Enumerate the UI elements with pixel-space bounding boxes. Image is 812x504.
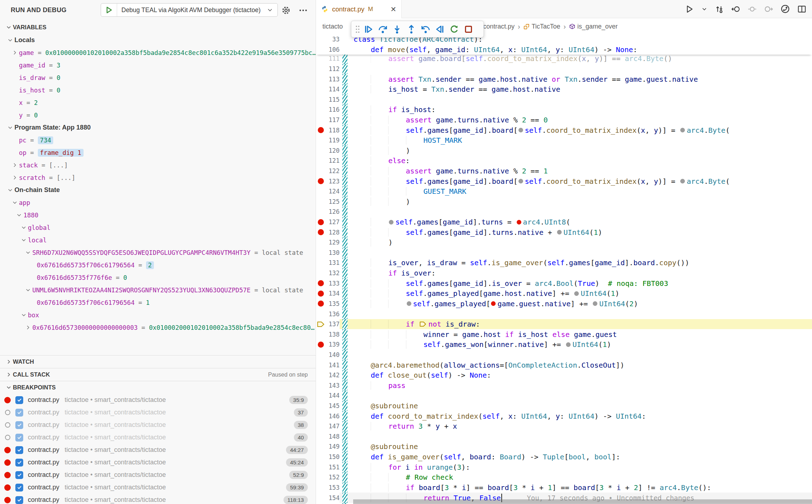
breakpoint-gutter-icon[interactable]	[318, 178, 324, 184]
line-number[interactable]: 124	[325, 188, 340, 195]
variable-row[interactable]: pc = 734	[0, 134, 316, 146]
line-number[interactable]: 143	[325, 382, 340, 389]
code-line-128[interactable]: 128self.games[game_id].turns.native + UI…	[316, 227, 812, 237]
breakpoint-checkbox[interactable]	[15, 459, 23, 467]
inline-breakpoint-candidate-icon[interactable]	[557, 230, 562, 235]
line-number[interactable]: 141	[325, 362, 340, 369]
inline-breakpoint-candidate-icon[interactable]	[574, 291, 579, 296]
line-number[interactable]: 125	[325, 198, 340, 205]
code-line-135[interactable]: 135self.games_played[game.guest.native] …	[316, 299, 812, 309]
line-number[interactable]: 130	[325, 249, 340, 256]
line-number[interactable]: 132	[325, 269, 340, 277]
line-number[interactable]: 147	[325, 423, 340, 430]
breakpoint-row[interactable]: contract.pytictactoe • smart_contracts/t…	[0, 494, 316, 504]
code-line-132[interactable]: 132if is_over:	[316, 268, 812, 278]
code-line-148[interactable]: 148	[316, 432, 812, 442]
variable-row[interactable]: op = frame_dig 1	[0, 146, 316, 159]
gutter[interactable]	[316, 229, 325, 235]
breakpoint-checkbox[interactable]	[15, 471, 23, 479]
variables-section-header[interactable]: VARIABLES	[0, 20, 316, 34]
variable-row[interactable]: global	[0, 221, 316, 234]
line-number[interactable]: 129	[325, 239, 340, 246]
code-line-144[interactable]: 144	[316, 390, 812, 401]
line-number[interactable]: 120	[325, 147, 340, 154]
breakpoint-row[interactable]: contract.pytictactoe • smart_contracts/t…	[0, 469, 316, 481]
line-number[interactable]: 150	[325, 453, 340, 460]
line-number[interactable]: 144	[325, 392, 340, 399]
line-number[interactable]: 142	[325, 372, 340, 379]
code-line-126[interactable]: 126	[316, 207, 812, 217]
call-stack-section-header[interactable]: CALL STACK Paused on step	[0, 368, 316, 381]
code-line-138[interactable]: 138winner = game.host if is_host else ga…	[316, 329, 812, 339]
breakpoint-row[interactable]: contract.pytictactoe • smart_contracts/t…	[0, 456, 316, 469]
variable-row[interactable]: 0x67616d65735f706c61796564 = 2	[0, 259, 316, 271]
breakpoint-gutter-icon[interactable]	[318, 219, 324, 225]
variable-row[interactable]: stack = [...]	[0, 159, 316, 171]
line-number[interactable]: 33	[325, 36, 340, 43]
line-number[interactable]: 146	[325, 413, 340, 420]
line-number[interactable]: 114	[325, 86, 340, 93]
code-line-134[interactable]: 134self.games_played[game.host.native] +…	[316, 288, 812, 299]
variable-row[interactable]: 1880	[0, 209, 316, 221]
code-line-119[interactable]: 119HOST_MARK	[316, 135, 812, 146]
gutter[interactable]	[316, 321, 325, 327]
breakpoint-checkbox[interactable]	[15, 484, 23, 492]
code-line-150[interactable]: 150def is_game_over(self, board: Board) …	[316, 452, 812, 462]
close-icon[interactable]: ✕	[390, 6, 396, 13]
breakpoint-checkbox[interactable]	[15, 409, 23, 417]
debug-config-dropdown[interactable]: Debug TEAL via AlgoKit AVM Debugger (tic…	[101, 3, 278, 17]
code-line-143[interactable]: 143pass	[316, 380, 812, 391]
code-line-140[interactable]: 140	[316, 350, 812, 360]
code-line-153[interactable]: 153if board[3 * i] == board[3 * i + 1] =…	[316, 483, 812, 493]
step-over-button[interactable]	[376, 22, 390, 36]
split-editor-icon[interactable]	[797, 5, 806, 14]
variable-row[interactable]: x = 2	[0, 96, 316, 109]
line-number[interactable]: 138	[325, 331, 340, 338]
scope-row[interactable]: Locals	[0, 34, 316, 46]
variable-row[interactable]: is_host = 0	[0, 84, 316, 96]
breadcrumb-class[interactable]: TicTacToe	[523, 23, 560, 30]
breakpoint-checkbox[interactable]	[15, 446, 23, 454]
line-number[interactable]: 128	[325, 229, 340, 236]
code-line-116[interactable]: 116if is_host:	[316, 105, 812, 115]
code-line-147[interactable]: 147return 3 * y + x	[316, 421, 812, 432]
inline-breakpoint-candidate-icon[interactable]	[407, 301, 411, 306]
line-number[interactable]: 116	[325, 106, 340, 113]
breakpoint-checkbox[interactable]	[15, 496, 23, 504]
variable-row[interactable]: 0x67616d65730000000000000003 = 0x0100020…	[0, 321, 316, 334]
code-line-131[interactable]: 131is_over, is_draw = self.is_game_over(…	[316, 258, 812, 268]
line-number[interactable]: 117	[325, 116, 340, 124]
open-changes-icon[interactable]	[781, 4, 790, 14]
gear-icon[interactable]	[281, 6, 291, 15]
breakpoint-row[interactable]: contract.pytictactoe • smart_contracts/t…	[0, 481, 316, 494]
breakpoint-row[interactable]: contract.pytictactoe • smart_contracts/t…	[0, 394, 316, 406]
more-actions-icon[interactable]	[299, 6, 308, 15]
breadcrumb-folder-fragment[interactable]: tictacto	[316, 23, 343, 30]
code-line-141[interactable]: 141@arc4.baremethod(allow_actions=[OnCom…	[316, 360, 812, 370]
code-line-146[interactable]: 146def coord_to_matrix_index(self, x: UI…	[316, 411, 812, 421]
code-line-149[interactable]: 149@subroutine	[316, 442, 812, 452]
step-into-button[interactable]	[390, 22, 404, 36]
line-number[interactable]: 111	[325, 55, 340, 62]
scope-row[interactable]: Program State: App 1880	[0, 121, 316, 134]
breakpoint-row[interactable]: contract.pytictactoe • smart_contracts/t…	[0, 431, 316, 444]
breakpoint-checkbox[interactable]	[15, 421, 23, 429]
line-number[interactable]: 121	[325, 157, 340, 164]
code-line-129[interactable]: 129)	[316, 237, 812, 248]
line-number[interactable]: 148	[325, 433, 340, 440]
start-debugging-button[interactable]	[101, 4, 117, 16]
code-line-113[interactable]: 113assert Txn.sender == game.host.native…	[316, 74, 812, 84]
line-number[interactable]: 145	[325, 402, 340, 409]
line-number[interactable]: 140	[325, 351, 340, 358]
line-number[interactable]: 112	[325, 65, 340, 72]
variable-row[interactable]: scratch = [...]	[0, 171, 316, 184]
tab-contract-py[interactable]: contract.py M ✕	[316, 0, 402, 18]
step-out-button[interactable]	[404, 22, 418, 36]
variable-row[interactable]: 0x67616d65735f706c61796564 = 1	[0, 296, 316, 309]
code-line-139[interactable]: 139self.games_won[winner.native] += UInt…	[316, 339, 812, 350]
inline-breakpoint-icon[interactable]	[491, 301, 496, 306]
variable-row[interactable]: SRH6D7XU2N6WQQ5SSYDQFG5ESO6JWEQIDPGLUGYC…	[0, 246, 316, 259]
line-number[interactable]: 126	[325, 208, 340, 215]
code-line-111[interactable]: 111assert game.board[self.coord_to_matri…	[316, 54, 812, 64]
toolbar-drag-handle-icon[interactable]	[354, 25, 361, 34]
